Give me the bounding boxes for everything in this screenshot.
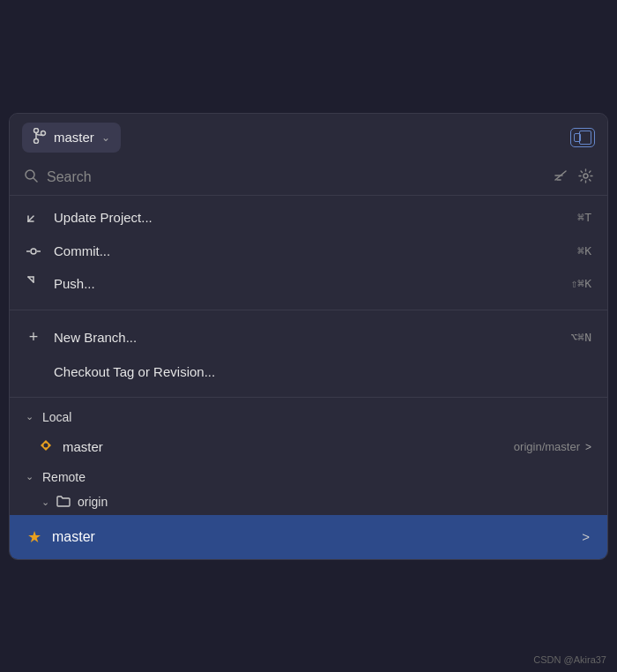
checkout-tag-label: Checkout Tag or Revision... [54, 364, 215, 379]
branch-name: master [54, 130, 94, 145]
new-branch-shortcut: ⌥⌘N [571, 331, 591, 344]
push-icon [26, 276, 41, 292]
commit-item[interactable]: Commit... ⌘K [10, 235, 607, 267]
remote-ref-text: origin/master [514, 440, 580, 453]
origin-item[interactable]: ⌄ origin [10, 489, 607, 515]
divider-1 [10, 310, 607, 310]
settings-icon[interactable] [578, 168, 593, 186]
search-bar [10, 161, 607, 196]
filter-icon[interactable] [554, 168, 568, 185]
branch-chevron-icon: ⌄ [101, 131, 110, 144]
folder-icon [56, 495, 71, 510]
selected-branch-item[interactable]: ★ master > [10, 515, 607, 559]
git-actions-section: Update Project... ⌘T Commit... ⌘K [10, 196, 607, 306]
branch-actions-section: + New Branch... ⌥⌘N Checkout Tag or Revi… [10, 314, 607, 393]
remote-chevron-icon: ⌄ [26, 471, 33, 482]
divider-2 [10, 397, 607, 398]
svg-point-8 [584, 174, 588, 178]
local-master-name: master [63, 439, 103, 454]
local-master-remote: origin/master > [514, 440, 591, 453]
watermark: CSDN @Akira37 [533, 654, 606, 665]
svg-line-15 [28, 277, 33, 282]
origin-chevron-icon: ⌄ [41, 497, 49, 508]
local-chevron-icon: ⌄ [26, 411, 33, 422]
remote-section-label: Remote [42, 470, 85, 484]
update-project-item[interactable]: Update Project... ⌘T [10, 201, 607, 235]
commit-icon [26, 243, 41, 258]
branch-icon [33, 128, 47, 147]
update-project-icon [26, 210, 41, 226]
star-icon: ★ [27, 527, 41, 547]
push-shortcut: ⇧⌘K [571, 277, 591, 290]
svg-line-4 [33, 178, 37, 182]
svg-point-0 [34, 128, 39, 132]
new-branch-label: New Branch... [54, 330, 137, 345]
push-label: Push... [54, 276, 95, 291]
header-actions [570, 128, 595, 147]
remote-ref-chevron-icon: > [585, 441, 591, 453]
search-input[interactable] [47, 169, 545, 185]
local-section: ⌄ Local master origin/master > [10, 401, 607, 465]
local-section-header[interactable]: ⌄ Local [10, 401, 607, 429]
remote-section: ⌄ Remote ⌄ origin [10, 465, 607, 515]
selected-branch-chevron-icon: > [582, 529, 590, 544]
origin-label: origin [78, 495, 108, 509]
push-item[interactable]: Push... ⇧⌘K [10, 267, 607, 301]
remote-section-header[interactable]: ⌄ Remote [10, 465, 607, 489]
local-master-branch-item[interactable]: master origin/master > [10, 429, 607, 465]
local-section-label: Local [42, 410, 71, 424]
svg-point-1 [34, 138, 39, 143]
svg-line-9 [28, 216, 33, 221]
svg-point-13 [31, 249, 36, 254]
new-branch-item[interactable]: + New Branch... ⌥⌘N [10, 319, 607, 355]
update-project-shortcut: ⌘T [577, 211, 591, 224]
branch-tag-icon [38, 437, 54, 457]
layout-toggle-button[interactable] [570, 128, 595, 147]
branch-selector[interactable]: master ⌄ [22, 123, 121, 153]
commit-label: Commit... [54, 243, 110, 258]
selected-branch-name: master [52, 529, 95, 545]
search-actions [554, 168, 593, 186]
checkout-tag-item[interactable]: Checkout Tag or Revision... [10, 355, 607, 388]
header: master ⌄ [10, 114, 607, 161]
update-project-label: Update Project... [54, 210, 152, 225]
svg-point-18 [44, 443, 48, 447]
commit-shortcut: ⌘K [577, 244, 591, 258]
new-branch-icon: + [26, 328, 41, 347]
search-icon [24, 168, 38, 186]
